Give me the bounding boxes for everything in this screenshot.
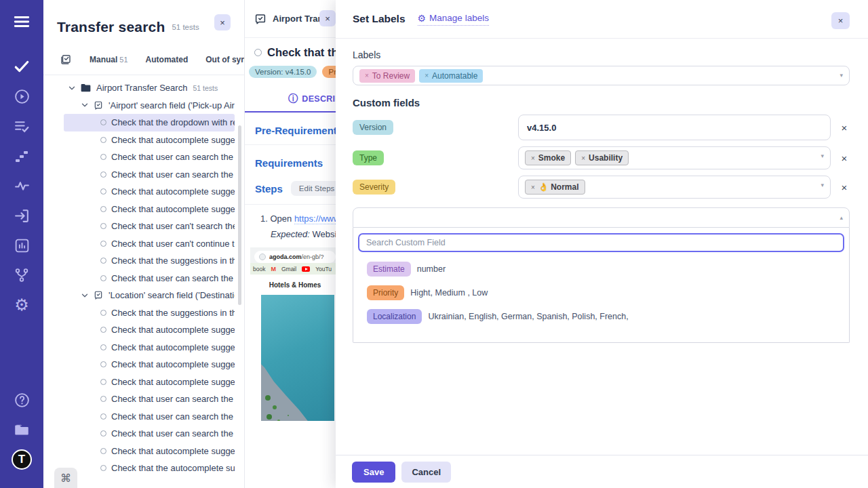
tree-test-item[interactable]: Check that autocomplete suggest — [64, 356, 235, 373]
test-circle-icon — [100, 137, 106, 143]
branch-icon[interactable] — [9, 263, 34, 287]
edit-steps-button[interactable]: Edit Steps — [291, 181, 342, 196]
cancel-button[interactable]: Cancel — [401, 462, 451, 483]
custom-field-select[interactable]: ×Smoke×Usability▾ — [518, 146, 831, 169]
section-steps: Steps — [255, 183, 283, 195]
tree-item-label: Check that user can search the 'Lo — [111, 428, 235, 439]
remove-tag-icon[interactable]: × — [425, 72, 429, 79]
test-circle-icon — [100, 361, 106, 367]
modal-close-button[interactable]: × — [831, 12, 850, 29]
tree-suite-item[interactable]: 'Airport' search field ('Pick-up Air — [64, 97, 235, 115]
test-title: Check that the — [267, 46, 344, 59]
tree-test-item[interactable]: Check that autocomplete suggest — [64, 373, 235, 391]
add-custom-field-combo[interactable]: ▴ — [353, 207, 850, 228]
bulk-select-icon[interactable] — [60, 53, 72, 66]
tree-test-item[interactable]: Check that autocomplete suggest — [64, 131, 235, 149]
app-logo[interactable]: T — [9, 447, 34, 472]
remove-tag-icon[interactable]: × — [365, 72, 369, 79]
tab-out-of-syn[interactable]: Out of syn — [205, 55, 245, 64]
steps-icon[interactable] — [9, 144, 34, 168]
test-badge: Version: v4.15.0 — [249, 66, 317, 78]
close-icon: × — [325, 14, 330, 24]
tree-suite-item[interactable]: 'Location' search field ('Destinatio — [64, 287, 235, 304]
custom-field-rows: Version×Type×Smoke×Usability▾×Severity×👌… — [353, 115, 850, 199]
detail-close-button[interactable]: × — [319, 10, 336, 26]
tree-item-label: Check that autocomplete suggest — [111, 135, 235, 145]
tree-test-item[interactable]: Check that autocomplete suggest — [64, 443, 235, 460]
remove-field-button[interactable]: × — [839, 152, 850, 164]
dropdown-option-priority[interactable]: PriorityHight, Medium , Low — [367, 285, 844, 300]
custom-field-select[interactable]: ×👌 Normal▾ — [518, 176, 831, 199]
tab-manual[interactable]: Manual51 — [90, 55, 128, 64]
tree-test-item[interactable]: Check that user can search the 'Lo — [64, 425, 235, 443]
pulse-icon[interactable] — [9, 174, 34, 198]
tree-test-item[interactable]: Check that user can search the ai — [64, 270, 235, 287]
tree-test-item[interactable]: Check that the suggestions in the — [64, 252, 235, 270]
attachment-screenshot[interactable]: agoda.com/en-gb/? book M Gmail YouTu Hot… — [250, 247, 340, 295]
manage-labels-link[interactable]: ⚙ Manage labels — [418, 13, 489, 26]
test-circle-icon — [100, 396, 106, 402]
tree-test-item[interactable]: Check that user can search the ai — [64, 166, 235, 184]
tree-close-button[interactable]: × — [214, 14, 231, 30]
tree-test-item[interactable]: Check that autocomplete suggest — [64, 321, 235, 339]
tree-test-item[interactable]: Check that the dropdown with rel — [64, 114, 235, 131]
command-shortcut-button[interactable]: ⌘ — [54, 468, 77, 488]
labels-select[interactable]: ×To Review×Automatable ▾ — [353, 66, 850, 85]
remove-field-button[interactable]: × — [839, 122, 850, 134]
screenshot-browser-bar: agoda.com/en-gb/? — [250, 247, 340, 263]
app-root: ⚙ T Transfer search 51 tests × Manual51A… — [0, 0, 868, 488]
tree-test-item[interactable]: Check that autocomplete suggest — [64, 183, 235, 201]
tree-tabs: Manual51AutomatedOut of syn — [43, 42, 244, 75]
tree-scrollbar[interactable] — [238, 125, 241, 305]
dropdown-option-estimate[interactable]: Estimatenumber — [367, 262, 844, 277]
custom-field-row: Severity×👌 Normal▾× — [353, 176, 850, 199]
main-sidebar: ⚙ T — [0, 0, 43, 488]
tree-test-item[interactable]: Check that the suggestions in the — [64, 304, 235, 322]
analytics-icon[interactable] — [9, 233, 34, 258]
import-icon[interactable] — [9, 203, 34, 228]
tree-test-item[interactable]: Check that autocomplete suggest — [64, 339, 235, 357]
tree-item-label: Check that the dropdown with rel — [111, 117, 235, 127]
expected-label: Expected: — [271, 229, 310, 239]
save-button[interactable]: Save — [352, 462, 395, 483]
tree-item-label: Check that the suggestions in the — [111, 256, 235, 266]
remove-field-button[interactable]: × — [839, 182, 850, 193]
help-icon[interactable] — [9, 388, 34, 412]
tree-test-item[interactable]: Check that autocomplete suggest — [64, 201, 235, 218]
check-icon[interactable] — [9, 54, 34, 79]
tree-test-item[interactable]: Check that user can't continue tra — [64, 235, 235, 253]
dropdown-option-localization[interactable]: LocalizationUkrainian, English, German, … — [367, 309, 844, 324]
tree-test-item[interactable]: Check that the autocomplete sugg — [64, 460, 235, 477]
search-input[interactable] — [358, 233, 844, 252]
tree-item-label: Check that autocomplete suggest — [111, 204, 235, 214]
custom-fields-heading: Custom fields — [353, 97, 850, 108]
tab-automated[interactable]: Automated — [146, 55, 189, 64]
tree-test-item[interactable]: Check that user can't search the a — [64, 218, 235, 235]
chevron-down-icon: ▾ — [821, 182, 824, 188]
custom-field-value: ×👌 Normal▾ — [518, 176, 831, 199]
label-tag-text: Automatable — [432, 71, 477, 81]
projects-icon[interactable] — [9, 418, 34, 442]
test-runs-icon[interactable] — [9, 114, 34, 138]
test-circle-icon — [100, 465, 106, 471]
favicon — [259, 253, 266, 260]
test-circle-icon — [100, 171, 106, 178]
tree-item-label: Check that autocomplete suggest — [111, 359, 235, 369]
command-icon: ⌘ — [60, 472, 71, 484]
remove-chip-icon[interactable]: × — [581, 155, 585, 162]
attachment-ocean-photo[interactable] — [261, 295, 334, 421]
remove-chip-icon[interactable]: × — [531, 155, 535, 162]
tree-folder-item[interactable]: Airport Transfer Search51 tests — [64, 79, 235, 97]
label-tag: ×Automatable — [419, 69, 483, 83]
tree-test-item[interactable]: Check that user can search the ai — [64, 148, 235, 166]
menu-icon[interactable] — [9, 9, 34, 34]
tree-test-item[interactable]: Check that user can search the 'Lo — [64, 390, 235, 408]
gear-icon[interactable]: ⚙ — [9, 293, 34, 317]
remove-chip-icon[interactable]: × — [531, 184, 535, 191]
screenshot-bookmarks-bar: book M Gmail YouTu — [250, 263, 340, 274]
tree-test-item[interactable]: Check that user can search the 'Lo — [64, 408, 235, 426]
custom-field-input[interactable] — [518, 115, 831, 140]
chevron-up-icon: ▴ — [840, 214, 843, 221]
close-icon: × — [838, 16, 844, 26]
play-circle-icon[interactable] — [9, 84, 34, 108]
